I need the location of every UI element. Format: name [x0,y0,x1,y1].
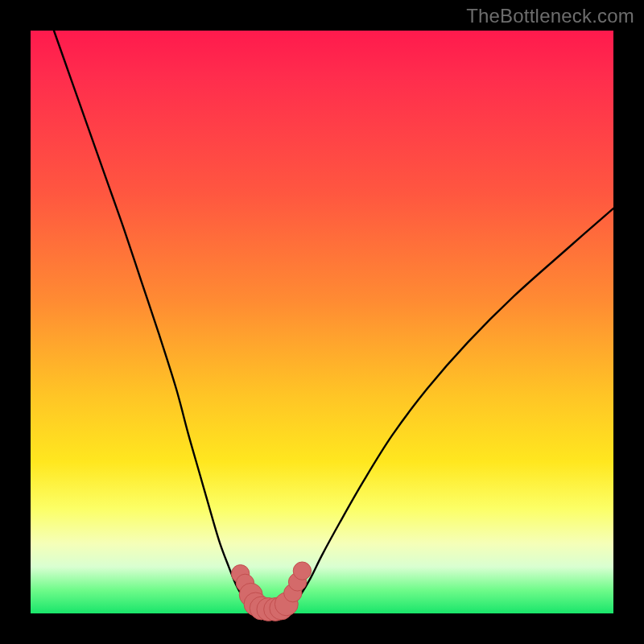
chart-frame: TheBottleneck.com [0,0,644,644]
chart-plot-area [31,31,613,613]
chart-svg [31,31,613,613]
curve-layer [54,31,613,612]
marker-layer [231,562,311,621]
curve-right-curve [287,208,613,610]
curve-left-curve [54,31,256,610]
watermark-text: TheBottleneck.com [466,5,634,27]
valley-marker [293,562,311,580]
